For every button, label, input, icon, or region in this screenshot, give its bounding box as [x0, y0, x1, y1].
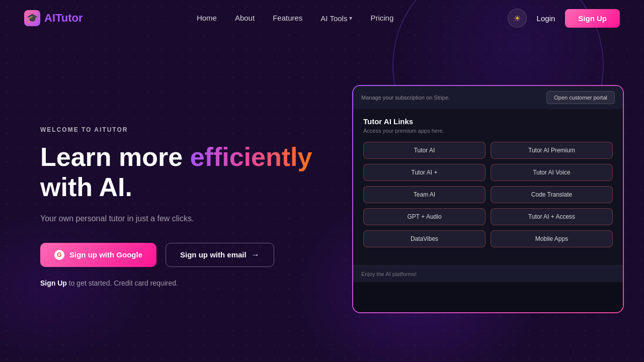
dashboard-preview-wrapper: Manage your subscription on Stripe. Open… — [352, 85, 624, 313]
link-mobile-apps[interactable]: Mobile Apps — [491, 230, 613, 247]
nav-ai-tools[interactable]: AI Tools ▾ — [320, 14, 352, 23]
stripe-manage-text: Manage your subscription on Stripe. — [361, 95, 450, 101]
dashboard-header: Manage your subscription on Stripe. Open… — [353, 86, 623, 109]
link-tutor-ai-plus[interactable]: Tutor AI + — [363, 164, 486, 181]
link-code-translate[interactable]: Code Translate — [491, 186, 613, 203]
google-icon: G — [54, 250, 64, 260]
login-button[interactable]: Login — [537, 14, 555, 23]
customer-portal-button[interactable]: Open customer portal — [546, 91, 615, 104]
dashboard-preview: Manage your subscription on Stripe. Open… — [353, 86, 623, 312]
tutor-links-sub: Access your premium apps here. — [363, 128, 613, 134]
link-gpt-audio[interactable]: GPT + Audio — [363, 208, 486, 225]
link-team-ai[interactable]: Team AI — [363, 186, 486, 203]
signup-note: Sign Up to get started. Credit card requ… — [40, 279, 322, 287]
signup-note-bold: Sign Up — [40, 279, 67, 287]
nav-about[interactable]: About — [235, 14, 255, 22]
theme-toggle-button[interactable]: ☀ — [508, 9, 527, 28]
tutor-links-grid: Tutor AI Tutor AI Premium Tutor AI + Tut… — [363, 142, 613, 247]
link-tutor-ai-voice[interactable]: Tutor AI Voice — [491, 164, 613, 181]
signup-google-button[interactable]: G Sign up with Google — [40, 243, 156, 267]
title-prefix: Learn more — [40, 142, 190, 171]
nav-right: ☀ Login Sign Up — [508, 9, 620, 28]
link-tutor-ai-access[interactable]: Tutor AI + Access — [491, 208, 613, 225]
hero-left: WELCOME TO AITUTOR Learn more efficientl… — [40, 121, 322, 287]
link-tutor-ai-premium[interactable]: Tutor AI Premium — [491, 142, 613, 159]
logo[interactable]: 🎓 AITutor — [24, 10, 83, 26]
nav-links: Home About Features AI Tools ▾ Pricing — [197, 14, 393, 23]
signup-email-button[interactable]: Sign up with email → — [166, 243, 274, 267]
dashboard-spacer — [353, 282, 623, 312]
dashboard-body: Tutor AI Links Access your premium apps … — [353, 109, 623, 265]
link-tutor-ai[interactable]: Tutor AI — [363, 142, 486, 159]
tutor-links-title: Tutor AI Links — [363, 117, 613, 126]
logo-text: AITutor — [44, 12, 83, 25]
dashboard-footer: Enjoy the AI platforms! — [353, 265, 623, 282]
navbar: 🎓 AITutor Home About Features AI Tools ▾… — [0, 0, 644, 36]
title-gradient: efficiently — [190, 142, 312, 171]
hero-title: Learn more efficiently with AI. — [40, 142, 322, 203]
logo-icon: 🎓 — [24, 10, 40, 26]
cta-buttons: G Sign up with Google Sign up with email… — [40, 243, 322, 267]
link-datavibes[interactable]: DataVibes — [363, 230, 486, 247]
nav-home[interactable]: Home — [197, 14, 217, 22]
hero-right: Manage your subscription on Stripe. Open… — [352, 95, 624, 313]
hero-subtitle: Your own personal tutor in just a few cl… — [40, 213, 322, 225]
hero-section: WELCOME TO AITUTOR Learn more efficientl… — [0, 36, 644, 362]
nav-features[interactable]: Features — [273, 14, 302, 22]
nav-pricing[interactable]: Pricing — [370, 14, 393, 22]
chevron-down-icon: ▾ — [349, 15, 352, 22]
nav-signup-button[interactable]: Sign Up — [565, 9, 620, 28]
arrow-right-icon: → — [252, 250, 260, 259]
title-suffix: with AI. — [40, 172, 132, 202]
welcome-tag: WELCOME TO AITUTOR — [40, 126, 322, 133]
signup-note-rest: to get started. Credit card required. — [67, 279, 178, 287]
